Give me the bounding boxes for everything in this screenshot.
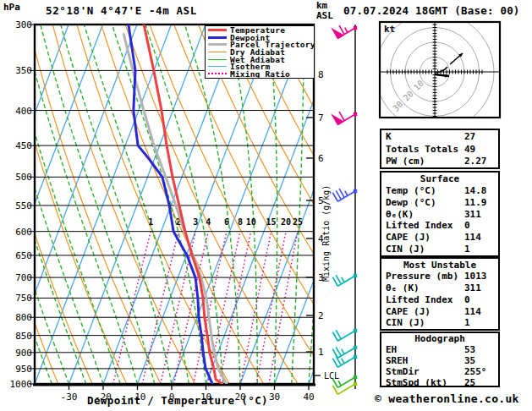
pressure-tick-label: 350 [15,65,32,76]
panel-row-value: 0 [464,294,494,305]
barb-full [339,189,344,198]
panel-row-value: 311 [464,282,494,293]
legend-item-label: Mixing Ratio [230,69,290,79]
panel-row: CIN (J)1 [381,244,498,255]
pressure-tick-label: 750 [15,293,32,304]
wind-barb-column [332,25,357,394]
panel-row-label: θₑ (K) [386,282,464,293]
panel-row-value: 114 [464,232,494,243]
panel-row-value: 49 [464,144,494,155]
km-tick-label: 6 [318,153,324,164]
dry-adiabat-line [0,25,92,384]
isotherm-line [69,25,206,384]
station-marker [354,382,357,386]
mixing-ratio-line [241,232,271,384]
pressure-tick-label: 850 [15,331,32,342]
panel-row-label: Temp (°C) [386,185,464,196]
hodograph-unit-label: kt [384,24,395,35]
panel-row: Pressure (mb)1013 [381,271,498,282]
panel-row-value: 53 [464,344,494,355]
panel-row: Dewp (°C)11.9 [381,197,498,208]
index-panel-most-unstable: Most UnstablePressure (mb)1013θₑ (K)311L… [380,257,500,331]
wet-adiabat-line [85,25,189,384]
barb-full [332,193,337,202]
panel-row: CAPE (J)114 [381,306,498,317]
station-marker [354,274,357,277]
barb-full [332,332,337,342]
panel-row-label: PW (cm) [386,156,464,167]
legend-item: Mixing Ratio [206,70,314,77]
panel-row-label: Pressure (mb) [386,271,464,282]
legend-line-sample [208,73,227,74]
panel-row-label: Totals Totals [386,144,464,155]
km-tick-label: 8 [318,69,324,80]
panel-row-value: 255° [464,366,494,377]
barb-full [336,190,341,200]
lcl-label: LCL [324,371,339,381]
pressure-tick-label: 800 [15,312,32,323]
station-title: 52°18'N 4°47'E -4m ASL [46,4,197,17]
mixing-ratio-value: 1 [148,217,153,227]
pressure-tick-label: 300 [15,19,32,30]
barb-staff [337,348,355,358]
panel-row: θₑ (K)311 [381,282,498,293]
wind-barb [332,112,357,124]
pressure-tick-label: 400 [15,106,32,117]
pressure-tick-label: 450 [15,140,32,151]
index-panel-surface: SurfaceTemp (°C)14.8Dewp (°C)11.9θₑ(K)31… [380,171,500,257]
panel-row-label: K [386,131,464,142]
barb-half [342,359,344,364]
station-marker [354,355,357,359]
wind-barb [332,25,357,38]
barb-full [332,359,337,368]
panel-row: SREH35 [381,355,498,366]
temperature-axis-label: Dewpoint / Temperature (°C) [72,394,283,407]
panel-row-label: EH [386,344,464,355]
barb-full [332,349,337,359]
station-marker [354,112,357,116]
legend-line-sample [208,36,227,39]
barb-half [342,277,344,282]
mixing-ratio-value: 3 [193,217,198,227]
pressure-tick-label: 950 [15,364,32,375]
panel-row: StmSpd (kt)25 [381,377,498,388]
panel-row-label: θₑ(K) [386,209,464,220]
panel-row-value: 1 [464,317,494,328]
panel-row-label: StmDir [386,366,464,377]
pressure-tick-label: 550 [15,200,32,211]
panel-row: CAPE (J)114 [381,232,498,243]
panel-row: Temp (°C)14.8 [381,185,498,196]
barb-staff [337,357,355,367]
barb-flag [332,116,343,125]
legend-line-sample [208,59,227,60]
km-tick-label: 1 [318,347,324,358]
mixing-ratio-value: 4 [206,217,211,227]
panel-row-value: 311 [464,209,494,220]
panel-row-value: 114 [464,306,494,317]
panel-row: StmDir255° [381,366,498,377]
panel-row-value: 1013 [464,271,494,282]
panel-row-label: Dewp (°C) [386,197,464,208]
barb-half [345,191,348,196]
wind-barb [332,329,357,341]
panel-row-label: CIN (J) [386,317,464,328]
mixing-ratio-value: 15 [266,217,277,227]
station-marker [354,26,357,30]
mixing-ratio-value: 25 [293,217,303,227]
station-marker [354,189,357,193]
index-panel-hodograph: HodographEH53SREH35StmDir255°StmSpd (kt)… [380,332,500,387]
barb-full [336,330,341,339]
datetime-title: 07.07.2024 18GMT (Base: 00) [343,4,520,17]
panel-row-value: 11.9 [464,197,494,208]
parcel-trajectory-curve [123,35,226,384]
pressure-unit-label: hPa [3,2,20,13]
mixing-ratio-value: 20 [281,217,291,227]
wet-adiabat-line [0,25,1,384]
mixing-ratio-value: 6 [224,217,229,227]
panel-row-value: 27 [464,131,494,142]
wind-barb [332,274,357,286]
height-unit-label: km ASL [316,1,333,21]
panel-row-value: 0 [464,220,494,231]
panel-row: PW (cm)2.27 [381,156,498,167]
panel-row-label: CIN (J) [386,244,464,255]
